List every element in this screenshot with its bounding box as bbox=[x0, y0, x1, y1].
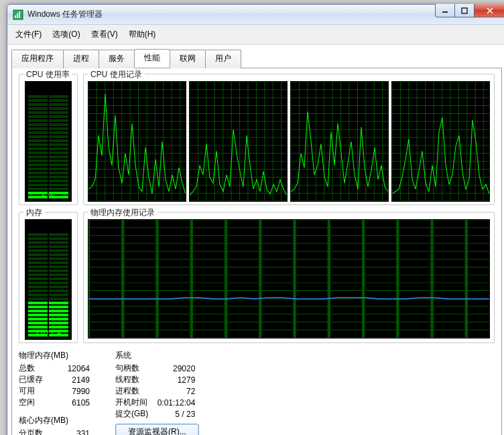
stat-label: 总数 bbox=[19, 363, 48, 374]
minimize-button[interactable] bbox=[435, 4, 455, 17]
stat-value: 7990 bbox=[48, 385, 95, 397]
stat-value: 29020 bbox=[153, 363, 200, 374]
mem-history-group: 物理内存使用记录 bbox=[83, 212, 495, 343]
stat-value: 72 bbox=[153, 385, 200, 397]
cpu-history-chart-0 bbox=[88, 81, 186, 202]
phys-mem-stats: 物理内存(MB) 总数12064 已缓存2149 可用7990 空闲6105 核… bbox=[19, 350, 95, 435]
cpu-usage-label: CPU 使用率 bbox=[23, 69, 72, 80]
task-manager-window: Windows 任务管理器 文件(F) 选项(O) 查看(V) 帮助(H) 应用… bbox=[7, 4, 504, 435]
menu-bar: 文件(F) 选项(O) 查看(V) 帮助(H) bbox=[7, 25, 504, 45]
cpu-history-chart-2 bbox=[290, 81, 389, 202]
system-heading: 系统 bbox=[115, 350, 200, 361]
stat-label: 提交(GB) bbox=[115, 408, 153, 420]
menu-help[interactable]: 帮助(H) bbox=[125, 27, 160, 42]
cpu-history-label: CPU 使用记录 bbox=[88, 69, 145, 80]
close-button[interactable] bbox=[474, 4, 504, 17]
maximize-button[interactable] bbox=[454, 4, 475, 17]
mem-history-chart bbox=[88, 219, 490, 338]
stat-label: 可用 bbox=[19, 385, 48, 397]
tab-applications[interactable]: 应用程序 bbox=[11, 50, 64, 68]
cpu-usage-meter: 6 % bbox=[25, 81, 72, 202]
tab-performance[interactable]: 性能 bbox=[134, 49, 170, 68]
tab-services[interactable]: 服务 bbox=[99, 50, 135, 68]
titlebar[interactable]: Windows 任务管理器 bbox=[7, 5, 504, 25]
memory-group: 内存 3.97 GB bbox=[19, 212, 78, 343]
stat-value: 6105 bbox=[48, 397, 95, 408]
svg-rect-1 bbox=[15, 15, 16, 18]
stat-value: 12064 bbox=[48, 363, 95, 374]
window-controls bbox=[436, 5, 504, 24]
svg-rect-2 bbox=[17, 13, 18, 18]
resource-monitor-button[interactable]: 资源监视器(R)... bbox=[115, 424, 199, 435]
menu-file[interactable]: 文件(F) bbox=[11, 27, 46, 42]
performance-pane: CPU 使用率 6 % CPU 使用记录 内存 bbox=[11, 68, 502, 435]
menu-view[interactable]: 查看(V) bbox=[87, 27, 122, 42]
tab-users[interactable]: 用户 bbox=[205, 50, 241, 68]
stat-label: 空闲 bbox=[19, 397, 48, 408]
mem-history-label: 物理内存使用记录 bbox=[88, 207, 158, 219]
memory-meter: 3.97 GB bbox=[25, 219, 72, 340]
system-stats: 系统 句柄数29020 线程数1279 进程数72 开机时间0:01:12:04… bbox=[115, 350, 200, 435]
stat-value: 5 / 23 bbox=[153, 408, 200, 420]
svg-rect-4 bbox=[442, 11, 448, 13]
menu-options[interactable]: 选项(O) bbox=[48, 27, 84, 42]
stat-value: 1279 bbox=[153, 374, 200, 385]
cpu-usage-group: CPU 使用率 6 % bbox=[19, 74, 78, 205]
stat-label: 线程数 bbox=[115, 374, 153, 385]
memory-value: 3.97 GB bbox=[25, 330, 71, 338]
phys-mem-heading: 物理内存(MB) bbox=[19, 350, 95, 361]
cpu-history-chart-3 bbox=[391, 81, 490, 202]
svg-rect-5 bbox=[462, 8, 467, 13]
stat-value: 331 bbox=[48, 428, 95, 435]
stat-label: 分页数 bbox=[19, 428, 48, 435]
tab-strip: 应用程序 进程 服务 性能 联网 用户 bbox=[7, 45, 504, 68]
svg-rect-3 bbox=[19, 11, 20, 18]
cpu-history-chart-1 bbox=[189, 81, 288, 202]
stat-label: 已缓存 bbox=[19, 374, 48, 385]
kernel-mem-heading: 核心内存(MB) bbox=[19, 415, 95, 426]
stat-label: 句柄数 bbox=[115, 363, 153, 374]
stat-value: 0:01:12:04 bbox=[153, 397, 200, 408]
tab-networking[interactable]: 联网 bbox=[170, 50, 206, 68]
stat-value: 2149 bbox=[48, 374, 95, 385]
cpu-history-group: CPU 使用记录 bbox=[83, 74, 495, 205]
window-title: Windows 任务管理器 bbox=[27, 9, 436, 20]
stat-label: 进程数 bbox=[115, 385, 153, 397]
tab-processes[interactable]: 进程 bbox=[63, 50, 99, 68]
cpu-usage-value: 6 % bbox=[25, 192, 71, 200]
app-icon bbox=[13, 9, 23, 20]
stat-label: 开机时间 bbox=[115, 397, 153, 408]
memory-label: 内存 bbox=[23, 207, 45, 219]
